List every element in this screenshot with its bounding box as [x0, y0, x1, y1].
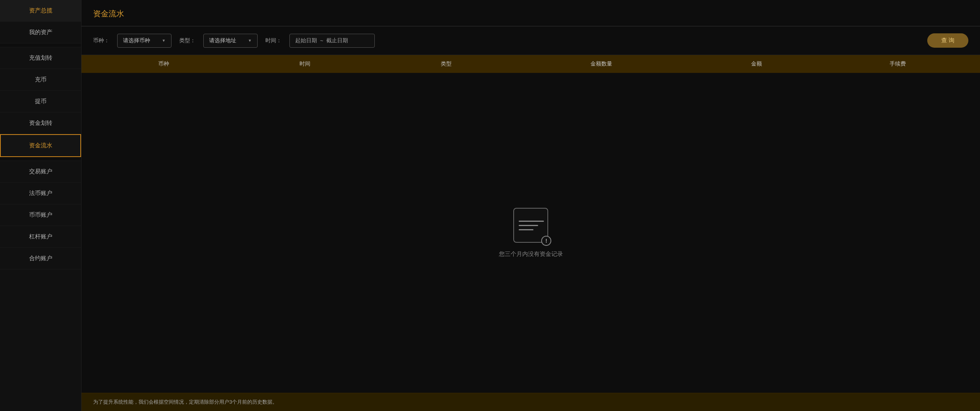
col-currency: 币种: [93, 60, 234, 67]
time-label: 时间：: [265, 37, 282, 44]
sidebar-item-leverage-account[interactable]: 杠杆账户: [0, 226, 81, 248]
sidebar-item-label: 合约账户: [29, 255, 52, 261]
date-range-picker[interactable]: 起始日期 ~ 截止日期: [289, 34, 375, 48]
type-select[interactable]: 请选择地址 ▼: [203, 34, 258, 48]
query-button[interactable]: 查 询: [927, 33, 968, 48]
sidebar-item-trading-account[interactable]: 交易账户: [0, 161, 81, 183]
currency-select[interactable]: 请选择币种 ▼: [117, 34, 171, 48]
sidebar-item-asset-overview[interactable]: 资产总揽: [0, 0, 81, 22]
empty-message: 您三个月内没有资金记录: [499, 250, 563, 258]
sidebar-item-label: 充值划转: [29, 54, 52, 61]
type-placeholder: 请选择地址: [209, 37, 236, 44]
page-title: 资金流水: [81, 0, 980, 26]
icon-line-3: [519, 229, 533, 230]
sidebar-item-coin-account[interactable]: 币币账户: [0, 204, 81, 226]
sidebar-item-label: 杠杆账户: [29, 233, 52, 240]
sidebar-item-label: 充币: [35, 76, 47, 83]
icon-line-2: [519, 225, 538, 226]
sidebar-item-label: 资产总揽: [29, 7, 52, 14]
content-area: ! 您三个月内没有资金记录 为了提升系统性能，我们会根据空间情况，定期清除部分用…: [81, 73, 980, 411]
icon-line-1: [519, 221, 544, 222]
sidebar-section-gap: [0, 43, 81, 47]
sidebar-section-gap-2: [0, 157, 81, 161]
footer-notice: 为了提升系统性能，我们会根据空间情况，定期清除部分用户3个月前的历史数据。: [81, 393, 980, 411]
sidebar-item-label: 法币账户: [29, 190, 52, 196]
sidebar-item-contract-account[interactable]: 合约账户: [0, 248, 81, 269]
date-start: 起始日期: [295, 37, 317, 44]
sidebar-item-my-assets[interactable]: 我的资产: [0, 22, 81, 43]
sidebar-item-label: 资金流水: [29, 142, 52, 149]
col-time: 时间: [234, 60, 376, 67]
sidebar-item-recharge[interactable]: 充币: [0, 69, 81, 91]
main-content: 资金流水 币种： 请选择币种 ▼ 类型： 请选择地址 ▼ 时间： 起始日期 ~ …: [81, 0, 980, 411]
currency-label: 币种：: [93, 37, 109, 44]
sidebar-item-withdraw[interactable]: 提币: [0, 91, 81, 112]
sidebar-item-fiat-account[interactable]: 法币账户: [0, 183, 81, 204]
sidebar-item-fund-transfer[interactable]: 资金划转: [0, 112, 81, 134]
warning-icon: !: [541, 236, 551, 246]
sidebar: 资产总揽 我的资产 充值划转 充币 提币 资金划转 资金流水 交易账户 法币账户…: [0, 0, 81, 411]
sidebar-item-recharge-transfer[interactable]: 充值划转: [0, 47, 81, 69]
date-end: 截止日期: [326, 37, 348, 44]
col-amount: 金额: [686, 60, 827, 67]
table-header: 币种 时间 类型 金额数量 金额 手续费: [81, 55, 980, 73]
sidebar-item-label: 提币: [35, 98, 47, 104]
chevron-down-icon-2: ▼: [248, 38, 252, 43]
date-separator: ~: [320, 38, 323, 44]
empty-state: ! 您三个月内没有资金记录: [81, 73, 980, 393]
currency-placeholder: 请选择币种: [123, 37, 150, 44]
filter-bar: 币种： 请选择币种 ▼ 类型： 请选择地址 ▼ 时间： 起始日期 ~ 截止日期 …: [81, 26, 980, 55]
col-fee: 手续费: [827, 60, 968, 67]
sidebar-item-fund-flow[interactable]: 资金流水: [0, 134, 81, 157]
sidebar-item-label: 交易账户: [29, 168, 52, 174]
col-amount-count: 金额数量: [517, 60, 686, 67]
empty-icon: !: [513, 208, 548, 243]
chevron-down-icon: ▼: [162, 38, 166, 43]
col-type: 类型: [376, 60, 517, 67]
sidebar-item-label: 币币账户: [29, 211, 52, 218]
type-label: 类型：: [179, 37, 196, 44]
sidebar-item-label: 资金划转: [29, 119, 52, 126]
sidebar-item-label: 我的资产: [29, 29, 52, 35]
